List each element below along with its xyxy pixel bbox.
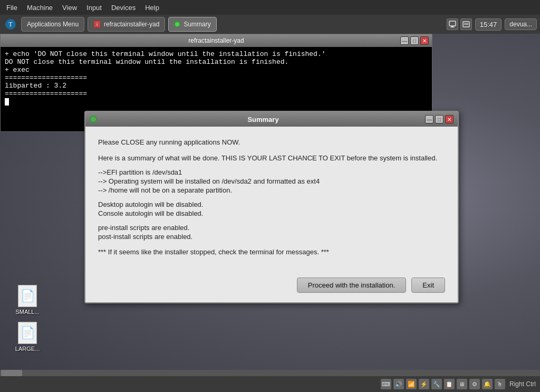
installer-icon: i [93,21,101,28]
clock-display: 15:47 [475,18,502,31]
dialog-title-icon [90,116,97,123]
terminal-line-3: + exec [5,66,428,74]
menu-view[interactable]: View [58,3,81,13]
tray-bottom-icon-8[interactable]: ⚙ [469,379,480,389]
user-label: devua... [509,21,532,28]
app-logo-icon: T [5,18,16,30]
menu-help[interactable]: Help [141,3,163,13]
svg-rect-6 [450,27,455,27]
desktop-icon-small[interactable]: 📄 SMALL... [11,285,44,315]
tray-bottom-icon-9[interactable]: 🔔 [482,379,493,389]
dialog-minimize-btn[interactable]: — [425,115,433,123]
dialog-body: Please CLOSE any running applications NO… [85,127,458,271]
desktop-icon-small-label: SMALL... [15,309,39,315]
menu-file[interactable]: File [2,3,22,13]
summary-dialog: Summary — □ ✕ Please CLOSE any running a… [84,111,459,303]
terminal-titlebar: — □ ✕ refractainstaller-yad [1,34,432,47]
taskbar-right: 15:47 devua... [447,18,537,31]
tray-bottom-icon-1[interactable]: ⌨ [381,379,391,389]
svg-rect-5 [451,26,454,27]
dialog-partition-line-3: --> /home will not be on a separate part… [98,186,445,194]
dialog-autologin-line-1: Desktop autologin will be disabled. [98,200,445,208]
dialog-win-buttons: — □ ✕ [425,115,454,123]
taskbar-summary[interactable]: Summary [168,17,216,32]
menu-input[interactable]: Input [82,3,106,13]
app-menu-label: Applications Menu [27,21,79,28]
tray-bottom-icon-4[interactable]: ⚡ [419,379,429,389]
horizontal-scrollbar[interactable] [0,370,540,376]
dialog-partition-info: -->EFI partition is /dev/sda1 --> Operat… [98,168,445,194]
desktop: File Machine View Input Devices Help T A… [0,0,540,392]
right-ctrl-label: Right Ctrl [509,380,536,388]
summary-label: Summary [184,21,210,28]
tray-bottom-icon-10[interactable]: 🖱 [495,379,505,389]
dialog-partition-line-2: --> Operating system will be installed o… [98,177,445,185]
terminal-line-1: + echo 'DO NOT close this terminal windo… [5,50,428,58]
desktop-icon-large-label: LARGE... [15,346,40,352]
tray-icon-1[interactable] [447,18,458,30]
terminal-minimize-btn[interactable]: — [400,36,409,45]
desktop-icon-large-image: 📄 [18,322,37,344]
bottom-bar-icons: ⌨ 🔊 📶 ⚡ 🔧 📋 🖥 ⚙ 🔔 🖱 Right Ctrl [381,379,536,389]
terminal-close-btn[interactable]: ✕ [420,36,429,45]
terminal-win-controls: — □ ✕ [400,36,429,45]
taskbar-installer[interactable]: i refractainstaller-yad [88,17,165,32]
tray-bottom-icon-6[interactable]: 📋 [444,379,455,389]
dialog-autologin-info: Desktop autologin will be disabled. Cons… [98,200,445,217]
dialog-scripts-info: pre-install scripts are enabled. post-in… [98,224,445,241]
svg-rect-4 [449,21,456,26]
svg-text:T: T [8,21,13,28]
dialog-intro2: Here is a summary of what will be done. … [98,153,445,164]
desktop-icon-small-image: 📄 [18,285,37,307]
dialog-scripts-line-2: post-install scripts are enabled. [98,233,445,241]
tray-bottom-icon-3[interactable]: 📶 [406,379,417,389]
dialog-titlebar: Summary — □ ✕ [85,112,458,127]
tray-bottom-icon-7[interactable]: 🖥 [457,379,467,389]
scrollbar-thumb[interactable] [1,370,22,376]
taskbar: T Applications Menu i refractainstaller-… [0,15,540,34]
dialog-scripts-line-1: pre-install scripts are enabled. [98,224,445,232]
dialog-title-text: Summary [101,116,425,123]
terminal-line-2: DO NOT close this terminal window until … [5,58,428,66]
installer-label: refractainstaller-yad [104,21,159,28]
user-display: devua... [505,18,537,30]
taskbar-app-menu[interactable]: Applications Menu [21,17,84,32]
terminal-line-6: ==================== [5,90,428,98]
tray-bottom-icon-2[interactable]: 🔊 [393,379,404,389]
tray-bottom-icon-5[interactable]: 🔧 [431,379,442,389]
exit-button[interactable]: Exit [411,278,445,293]
terminal-line-4: ==================== [5,74,428,82]
terminal-title: refractainstaller-yad [1,37,432,44]
desktop-icon-large[interactable]: 📄 LARGE... [11,322,44,352]
menubar: File Machine View Input Devices Help [0,0,540,15]
bottom-bar: ⌨ 🔊 📶 ⚡ 🔧 📋 🖥 ⚙ 🔔 🖱 Right Ctrl [0,376,540,392]
dialog-intro1: Please CLOSE any running applications NO… [98,137,445,148]
svg-rect-8 [464,23,468,24]
dialog-close-btn[interactable]: ✕ [445,115,454,123]
dialog-partition-line-1: -->EFI partition is /dev/sda1 [98,168,445,176]
svg-text:i: i [97,22,98,27]
summary-dot-icon [174,21,180,27]
terminal-line-5: libparted : 3.2 [5,82,428,90]
tray-icon-2[interactable] [460,18,472,30]
terminal-cursor-line [5,98,428,106]
dialog-maximize-btn[interactable]: □ [435,115,443,123]
proceed-button[interactable]: Proceed with the installation. [297,278,406,293]
menu-machine[interactable]: Machine [23,3,57,13]
dialog-autologin-line-2: Console autologin will be disabled. [98,209,445,217]
dialog-footer: Proceed with the installation. Exit [85,271,458,302]
menu-devices[interactable]: Devices [107,3,140,13]
terminal-maximize-btn[interactable]: □ [410,36,419,45]
dialog-warning: *** If it seems like the installer stopp… [98,247,445,257]
svg-rect-9 [464,24,468,25]
